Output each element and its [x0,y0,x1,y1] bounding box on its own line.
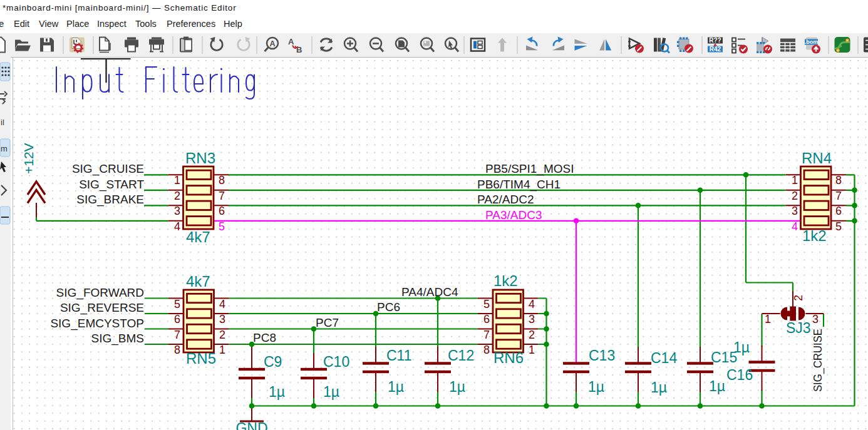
svg-text:C13: C13 [589,347,615,364]
svg-text:SIG_BRAKE: SIG_BRAKE [76,193,144,207]
svg-text:File: File [0,19,4,29]
svg-text:C9: C9 [264,354,282,370]
svg-text:8: 8 [483,344,490,356]
svg-text:4k7: 4k7 [186,273,210,290]
svg-text:2: 2 [529,329,535,341]
svg-text:Inspect: Inspect [97,19,127,29]
svg-text:4: 4 [219,298,225,310]
svg-text:2: 2 [792,295,805,301]
svg-text:*mainboard-mini [mainboard-min: *mainboard-mini [mainboard-mini/] — Sche… [3,3,237,13]
svg-text:1µ: 1µ [269,384,285,400]
svg-text:4: 4 [529,298,535,310]
svg-text:6: 6 [835,205,842,217]
svg-text:6: 6 [219,205,225,217]
svg-text:R42: R42 [710,46,721,53]
svg-text:SIG_CRUISE: SIG_CRUISE [811,329,825,392]
svg-text:7: 7 [835,190,842,202]
svg-text:PA4/ADC4: PA4/ADC4 [401,285,458,299]
svg-text:.bom: .bom [805,39,819,45]
svg-text:4: 4 [792,220,798,233]
svg-text:3: 3 [812,313,819,325]
svg-text:3: 3 [792,205,798,217]
svg-text:5: 5 [835,220,842,233]
svg-text:R??: R?? [709,37,721,44]
svg-text:PC8: PC8 [253,331,276,344]
svg-text:il: il [1,118,4,127]
svg-text:Place: Place [66,19,89,29]
svg-text:4k7: 4k7 [186,228,210,245]
svg-text:6: 6 [174,313,180,325]
svg-text:RN5: RN5 [186,350,216,367]
svg-text:C14: C14 [651,350,677,366]
svg-text:RN4: RN4 [802,150,832,166]
svg-text:C12: C12 [448,347,474,364]
svg-text:PB6/TIM4_CH1: PB6/TIM4_CH1 [477,178,561,192]
svg-text:SIG_BMS: SIG_BMS [91,332,144,346]
svg-text:+12V: +12V [21,143,36,174]
svg-text:m: m [1,144,8,153]
svg-text:1: 1 [174,174,180,187]
svg-text:SIG_REVERSE: SIG_REVERSE [60,301,144,315]
svg-text:4: 4 [174,220,180,233]
svg-text:1: 1 [765,313,771,325]
svg-text:SIG_FORWARD: SIG_FORWARD [56,286,144,300]
svg-text:1µ: 1µ [651,379,667,396]
svg-text:1: 1 [529,344,535,356]
svg-text:PC7: PC7 [316,316,339,329]
svg-text:RN6: RN6 [493,349,524,366]
svg-text:8: 8 [835,174,842,187]
svg-text:GND: GND [235,420,267,430]
svg-text:1µ: 1µ [449,379,465,395]
svg-text:PB5/SPI1_MOSI: PB5/SPI1_MOSI [485,162,574,176]
svg-text:SIG_EMCYSTOP: SIG_EMCYSTOP [50,317,144,330]
svg-text:1: 1 [219,344,225,356]
svg-text:7: 7 [219,190,225,202]
svg-text:1µ: 1µ [388,379,404,395]
svg-text:View: View [39,19,59,29]
svg-text:2: 2 [174,190,180,202]
svg-text:C16: C16 [726,367,753,383]
svg-text:SJ3: SJ3 [786,320,811,336]
svg-text:Edit: Edit [14,19,29,29]
svg-text:Tools: Tools [135,19,157,29]
svg-text:A: A [269,39,275,48]
svg-text:PA2/ADC2: PA2/ADC2 [477,193,534,206]
svg-text:8: 8 [174,344,180,356]
svg-text:1k2: 1k2 [802,227,827,244]
svg-text:1µ: 1µ [588,379,604,395]
svg-text:5: 5 [219,220,225,233]
svg-text:5: 5 [483,298,490,310]
svg-text:7: 7 [174,329,180,341]
svg-text:Preferences: Preferences [167,19,215,29]
svg-text:2: 2 [219,329,225,341]
svg-text:3: 3 [219,313,225,325]
svg-text:Help: Help [224,19,242,29]
svg-text:C10: C10 [323,354,349,370]
svg-text:5: 5 [174,298,180,310]
svg-text:8: 8 [219,174,225,187]
svg-text:RN3: RN3 [185,150,215,166]
svg-text:C11: C11 [386,347,412,364]
svg-text:1k2: 1k2 [493,272,518,289]
svg-text:SIG_CRUISE: SIG_CRUISE [72,162,144,176]
svg-text:1µ: 1µ [709,378,725,394]
svg-text:1µ: 1µ [323,384,339,400]
svg-text:A: A [288,37,294,46]
svg-text:PC6: PC6 [377,300,400,314]
svg-text:1: 1 [792,174,798,187]
svg-text:3: 3 [174,205,180,217]
svg-text:B: B [296,45,302,54]
svg-text:1µ: 1µ [733,339,750,356]
svg-text:SIG_START: SIG_START [79,178,144,192]
svg-text:PA3/ADC3: PA3/ADC3 [485,208,542,222]
svg-text:2: 2 [792,190,798,202]
svg-text:7: 7 [483,329,490,341]
svg-text:6: 6 [483,313,490,325]
svg-text:3: 3 [529,313,535,325]
